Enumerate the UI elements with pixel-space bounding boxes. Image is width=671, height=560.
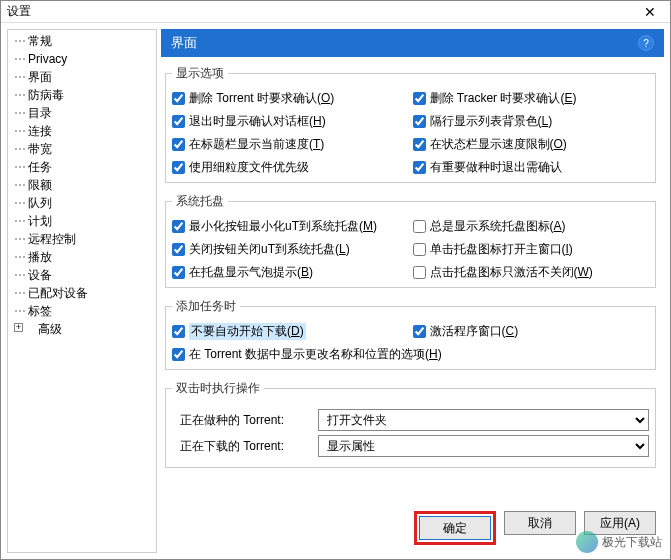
tree-item-labels[interactable]: ⋯标签 — [8, 302, 156, 320]
tray-option: 最小化按钮最小化uT到系统托盘(M) — [172, 218, 409, 235]
tray-option: 关闭按钮关闭uT到系统托盘(L) — [172, 241, 409, 258]
checkbox[interactable] — [413, 266, 426, 279]
tree-item-remote[interactable]: ⋯远程控制 — [8, 230, 156, 248]
help-icon[interactable]: ? — [638, 35, 654, 51]
checkbox[interactable] — [413, 92, 426, 105]
tree-item-antivirus[interactable]: ⋯防病毒 — [8, 86, 156, 104]
checkbox-label[interactable]: 单击托盘图标打开主窗口(I) — [430, 241, 573, 258]
expand-icon[interactable]: + — [14, 323, 23, 332]
group-display-options: 显示选项 删除 Torrent 时要求确认(O)删除 Tracker 时要求确认… — [165, 65, 656, 183]
seeding-label: 正在做种的 Torrent: — [172, 412, 312, 429]
checkbox-label[interactable]: 最小化按钮最小化uT到系统托盘(M) — [189, 218, 377, 235]
display-option: 在标题栏显示当前速度(T) — [172, 136, 409, 153]
display-option: 删除 Tracker 时要求确认(E) — [413, 90, 650, 107]
checkbox[interactable] — [413, 220, 426, 233]
tree-item-devices[interactable]: ⋯设备 — [8, 266, 156, 284]
checkbox[interactable] — [172, 220, 185, 233]
downloading-label: 正在下载的 Torrent: — [172, 438, 312, 455]
tree-item-connection[interactable]: ⋯连接 — [8, 122, 156, 140]
button-bar: 确定 取消 应用(A) — [161, 503, 664, 553]
panel-header: 界面 ? — [161, 29, 664, 57]
ok-button[interactable]: 确定 — [419, 516, 491, 540]
tree-item-tasks[interactable]: ⋯任务 — [8, 158, 156, 176]
tray-option: 单击托盘图标打开主窗口(I) — [413, 241, 650, 258]
checkbox-label[interactable]: 有重要做种时退出需确认 — [430, 159, 562, 176]
downloading-action-select[interactable]: 显示属性 — [318, 435, 649, 457]
tree-item-directories[interactable]: ⋯目录 — [8, 104, 156, 122]
tree-item-ui[interactable]: ⋯界面 — [8, 68, 156, 86]
checkbox[interactable] — [172, 115, 185, 128]
seeding-action-row: 正在做种的 Torrent: 打开文件夹 — [172, 409, 649, 431]
group-double-click: 双击时执行操作 正在做种的 Torrent: 打开文件夹 正在下载的 Torre… — [165, 380, 656, 468]
tray-option: 总是显示系统托盘图标(A) — [413, 218, 650, 235]
cancel-button[interactable]: 取消 — [504, 511, 576, 535]
checkbox[interactable] — [172, 243, 185, 256]
checkbox[interactable] — [413, 115, 426, 128]
display-option: 退出时显示确认对话框(H) — [172, 113, 409, 130]
checkbox-label[interactable]: 在 Torrent 数据中显示更改名称和位置的选项(H) — [189, 346, 442, 363]
checkbox[interactable] — [172, 92, 185, 105]
ok-highlight-box: 确定 — [414, 511, 496, 545]
addtask-option: 激活程序窗口(C) — [413, 323, 650, 340]
checkbox[interactable] — [172, 138, 185, 151]
tree-item-bandwidth[interactable]: ⋯带宽 — [8, 140, 156, 158]
tree-item-general[interactable]: ⋯常规 — [8, 32, 156, 50]
checkbox[interactable] — [172, 266, 185, 279]
checkbox[interactable] — [172, 161, 185, 174]
addtask-option: 在 Torrent 数据中显示更改名称和位置的选项(H) — [172, 346, 649, 363]
display-option: 有重要做种时退出需确认 — [413, 159, 650, 176]
checkbox-label[interactable]: 在标题栏显示当前速度(T) — [189, 136, 324, 153]
checkbox-label[interactable]: 退出时显示确认对话框(H) — [189, 113, 326, 130]
close-button[interactable]: ✕ — [630, 1, 670, 23]
checkbox-label[interactable]: 在托盘显示气泡提示(B) — [189, 264, 313, 281]
display-option: 隔行显示列表背景色(L) — [413, 113, 650, 130]
checkbox-label[interactable]: 删除 Tracker 时要求确认(E) — [430, 90, 577, 107]
tree-item-schedule[interactable]: ⋯计划 — [8, 212, 156, 230]
apply-button[interactable]: 应用(A) — [584, 511, 656, 535]
settings-window: 设置 ✕ ⋯常规 ⋯Privacy ⋯界面 ⋯防病毒 ⋯目录 ⋯连接 ⋯带宽 ⋯… — [0, 0, 671, 560]
group-add-task: 添加任务时 不要自动开始下载(D)激活程序窗口(C)在 Torrent 数据中显… — [165, 298, 656, 370]
checkbox-label[interactable]: 隔行显示列表背景色(L) — [430, 113, 553, 130]
checkbox-label[interactable]: 关闭按钮关闭uT到系统托盘(L) — [189, 241, 350, 258]
tree-item-queue[interactable]: ⋯队列 — [8, 194, 156, 212]
checkbox-label[interactable]: 总是显示系统托盘图标(A) — [430, 218, 566, 235]
checkbox[interactable] — [172, 348, 185, 361]
checkbox[interactable] — [413, 161, 426, 174]
checkbox-label[interactable]: 不要自动开始下载(D) — [189, 323, 306, 340]
checkbox-label[interactable]: 激活程序窗口(C) — [430, 323, 519, 340]
title-bar: 设置 ✕ — [1, 1, 670, 23]
group-legend: 显示选项 — [172, 65, 228, 82]
checkbox-label[interactable]: 在状态栏显示速度限制(O) — [430, 136, 567, 153]
tray-option: 在托盘显示气泡提示(B) — [172, 264, 409, 281]
addtask-option: 不要自动开始下载(D) — [172, 323, 409, 340]
tree-item-playback[interactable]: ⋯播放 — [8, 248, 156, 266]
checkbox-label[interactable]: 删除 Torrent 时要求确认(O) — [189, 90, 334, 107]
display-option: 使用细粒度文件优先级 — [172, 159, 409, 176]
display-option: 在状态栏显示速度限制(O) — [413, 136, 650, 153]
checkbox[interactable] — [413, 243, 426, 256]
main-panel: 界面 ? 显示选项 删除 Torrent 时要求确认(O)删除 Tracker … — [161, 29, 664, 553]
checkbox[interactable] — [172, 325, 185, 338]
checkbox-label[interactable]: 点击托盘图标只激活不关闭(W) — [430, 264, 593, 281]
window-title: 设置 — [7, 3, 31, 20]
checkbox[interactable] — [413, 138, 426, 151]
tree-item-paired[interactable]: ⋯已配对设备 — [8, 284, 156, 302]
panel-title: 界面 — [171, 34, 197, 52]
display-option: 删除 Torrent 时要求确认(O) — [172, 90, 409, 107]
tree-item-advanced[interactable]: +高级 — [8, 320, 156, 338]
group-legend: 添加任务时 — [172, 298, 240, 315]
tray-option: 点击托盘图标只激活不关闭(W) — [413, 264, 650, 281]
content-area: ⋯常规 ⋯Privacy ⋯界面 ⋯防病毒 ⋯目录 ⋯连接 ⋯带宽 ⋯任务 ⋯限… — [1, 23, 670, 559]
group-system-tray: 系统托盘 最小化按钮最小化uT到系统托盘(M)总是显示系统托盘图标(A)关闭按钮… — [165, 193, 656, 288]
group-legend: 双击时执行操作 — [172, 380, 264, 397]
seeding-action-select[interactable]: 打开文件夹 — [318, 409, 649, 431]
category-tree[interactable]: ⋯常规 ⋯Privacy ⋯界面 ⋯防病毒 ⋯目录 ⋯连接 ⋯带宽 ⋯任务 ⋯限… — [7, 29, 157, 553]
tree-item-privacy[interactable]: ⋯Privacy — [8, 50, 156, 68]
group-legend: 系统托盘 — [172, 193, 228, 210]
downloading-action-row: 正在下载的 Torrent: 显示属性 — [172, 435, 649, 457]
checkbox[interactable] — [413, 325, 426, 338]
checkbox-label[interactable]: 使用细粒度文件优先级 — [189, 159, 309, 176]
groups-container: 显示选项 删除 Torrent 时要求确认(O)删除 Tracker 时要求确认… — [161, 65, 664, 503]
tree-item-quota[interactable]: ⋯限额 — [8, 176, 156, 194]
close-icon: ✕ — [644, 4, 656, 20]
